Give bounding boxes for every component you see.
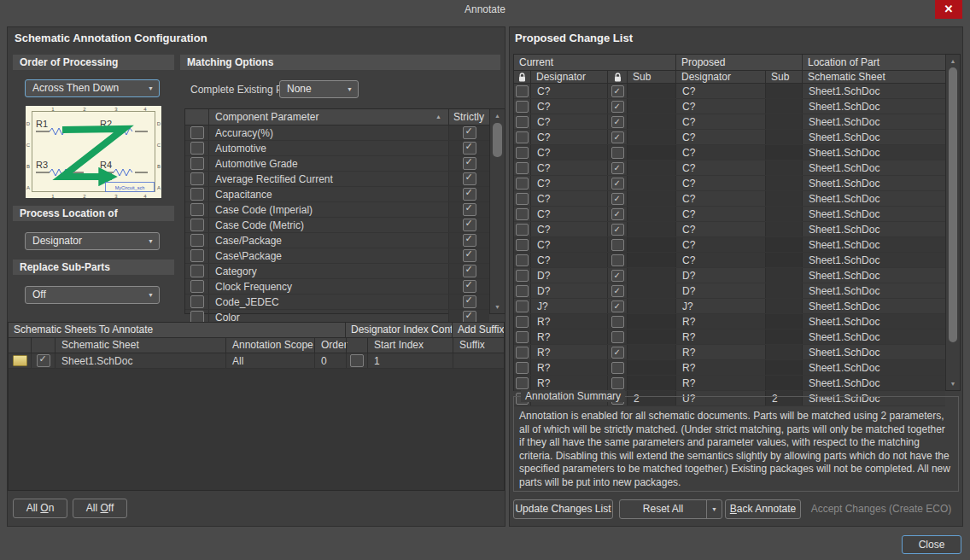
row-select-checkbox[interactable] [516,270,529,282]
sub-lock-checkbox[interactable] [611,254,624,266]
change-row[interactable]: C? C? Sheet1.SchDoc [514,84,945,99]
row-select-checkbox[interactable] [516,285,529,297]
parameter-select-checkbox[interactable] [190,265,204,277]
back-annotate-button[interactable]: Back Annotate [725,499,801,519]
sheet-enabled-checkbox[interactable] [37,354,50,367]
strictly-checkbox[interactable] [463,265,476,277]
order-of-processing-select[interactable]: Across Then Down ▼ [25,79,160,97]
change-row[interactable]: R? R? Sheet1.SchDoc [514,314,945,330]
parameter-row[interactable]: Category [185,264,489,279]
row-select-checkbox[interactable] [516,347,529,359]
change-row[interactable]: C? C? Sheet1.SchDoc [514,145,945,160]
parameter-row[interactable]: Average Rectified Current [185,172,489,187]
strictly-checkbox[interactable] [463,219,476,231]
change-row[interactable]: D? D? Sheet1.SchDoc [514,283,945,299]
row-select-checkbox[interactable] [516,331,529,343]
sheet-row[interactable]: Sheet1.SchDoc All 0 1 [9,353,504,369]
sub-lock-checkbox[interactable] [611,347,624,359]
parameter-table-scrollbar[interactable]: ▲ ▼ [489,109,505,313]
scroll-up-icon[interactable]: ▲ [490,110,505,121]
sub-lock-checkbox[interactable] [611,208,624,220]
strictly-checkbox[interactable] [463,172,476,185]
row-select-checkbox[interactable] [516,116,529,128]
parameter-select-checkbox[interactable] [190,126,204,139]
change-row[interactable]: D? D? Sheet1.SchDoc [514,268,945,283]
start-index-checkbox[interactable] [350,354,364,367]
row-select-checkbox[interactable] [516,300,529,312]
row-select-checkbox[interactable] [516,101,529,113]
parameter-select-checkbox[interactable] [190,172,204,185]
sub-lock-checkbox[interactable] [611,300,624,312]
change-row[interactable]: J? J? Sheet1.SchDoc [514,299,945,314]
change-row[interactable]: R? R? Sheet1.SchDoc [514,360,945,376]
all-on-button[interactable]: All On [13,499,67,518]
parameter-select-checkbox[interactable] [190,219,204,231]
parameter-row[interactable]: Automotive Grade [185,156,489,172]
sheet-scope[interactable]: All [225,353,314,368]
row-select-checkbox[interactable] [516,147,529,159]
parameter-row[interactable]: Case/Package [185,233,489,248]
change-table-column-header[interactable]: Designator Sub Designator Sub Schematic … [514,71,945,84]
parameter-row[interactable]: Case Code (Metric) [185,218,489,233]
change-table-scrollbar[interactable]: ▲ ▼ [945,55,960,390]
process-location-select[interactable]: Designator ▼ [25,232,160,250]
row-select-checkbox[interactable] [516,208,529,220]
scroll-up-icon[interactable]: ▲ [946,55,960,67]
parameter-row[interactable]: Automotive [185,141,489,156]
sub-lock-checkbox[interactable] [611,101,624,113]
change-row[interactable]: C? C? Sheet1.SchDoc [514,160,945,176]
strictly-checkbox[interactable] [463,234,476,247]
sheets-table-column-header[interactable]: Schematic Sheet Annotation Scope Order S… [9,337,504,353]
replace-subparts-select[interactable]: Off ▼ [25,286,160,304]
strictly-checkbox[interactable] [463,126,476,139]
row-select-checkbox[interactable] [516,316,529,328]
parameter-row[interactable]: Case Code (Imperial) [185,202,489,218]
sub-lock-checkbox[interactable] [611,178,624,190]
change-row[interactable]: C? C? Sheet1.SchDoc [514,114,945,130]
scroll-down-icon[interactable]: ▼ [946,378,960,389]
strictly-checkbox[interactable] [463,280,476,293]
change-row[interactable]: R? R? Sheet1.SchDoc [514,330,945,345]
sub-lock-checkbox[interactable] [611,239,624,251]
row-select-checkbox[interactable] [516,224,529,236]
scrollbar-thumb[interactable] [493,123,502,157]
sub-lock-checkbox[interactable] [611,285,624,297]
parameter-row[interactable]: Code_JEDEC [185,295,489,310]
chevron-down-icon[interactable]: ▼ [706,500,722,518]
sub-lock-checkbox[interactable] [611,162,624,174]
sub-lock-checkbox[interactable] [611,331,624,343]
parameter-row[interactable]: Clock Frequency [185,279,489,295]
reset-all-button[interactable]: Reset All ▼ [619,499,722,519]
parameter-select-checkbox[interactable] [190,157,204,170]
parameter-select-checkbox[interactable] [190,280,204,293]
row-select-checkbox[interactable] [516,362,529,374]
sheet-order[interactable]: 0 [314,353,346,368]
sub-lock-checkbox[interactable] [611,377,624,389]
change-row[interactable]: C? C? Sheet1.SchDoc [514,222,945,237]
parameter-row[interactable]: Accuracy(%) [185,125,489,141]
change-row[interactable]: C? C? Sheet1.SchDoc [514,130,945,145]
sub-lock-checkbox[interactable] [611,362,624,374]
row-select-checkbox[interactable] [516,193,529,205]
sub-lock-checkbox[interactable] [611,270,624,282]
strictly-checkbox[interactable] [463,157,476,170]
strictly-checkbox[interactable] [463,142,476,155]
sub-lock-checkbox[interactable] [611,85,624,97]
scrollbar-thumb[interactable] [949,67,957,342]
row-select-checkbox[interactable] [516,254,529,266]
sub-lock-checkbox[interactable] [611,147,624,159]
parameter-select-checkbox[interactable] [190,234,204,247]
change-row[interactable]: C? C? Sheet1.SchDoc [514,253,945,268]
sheet-start-index[interactable]: 1 [367,353,453,368]
row-select-checkbox[interactable] [516,85,529,97]
parameter-table-header[interactable]: Component Parameter ▲ Strictly [185,109,489,125]
parameter-select-checkbox[interactable] [190,203,204,216]
change-row[interactable]: C? C? Sheet1.SchDoc [514,191,945,207]
row-select-checkbox[interactable] [516,239,529,251]
sub-lock-checkbox[interactable] [611,224,624,236]
parameter-row[interactable]: Capacitance [185,187,489,202]
row-select-checkbox[interactable] [516,162,529,174]
row-select-checkbox[interactable] [516,178,529,190]
change-row[interactable]: R? R? Sheet1.SchDoc [514,376,945,391]
strictly-column-header[interactable]: Strictly [448,109,489,125]
